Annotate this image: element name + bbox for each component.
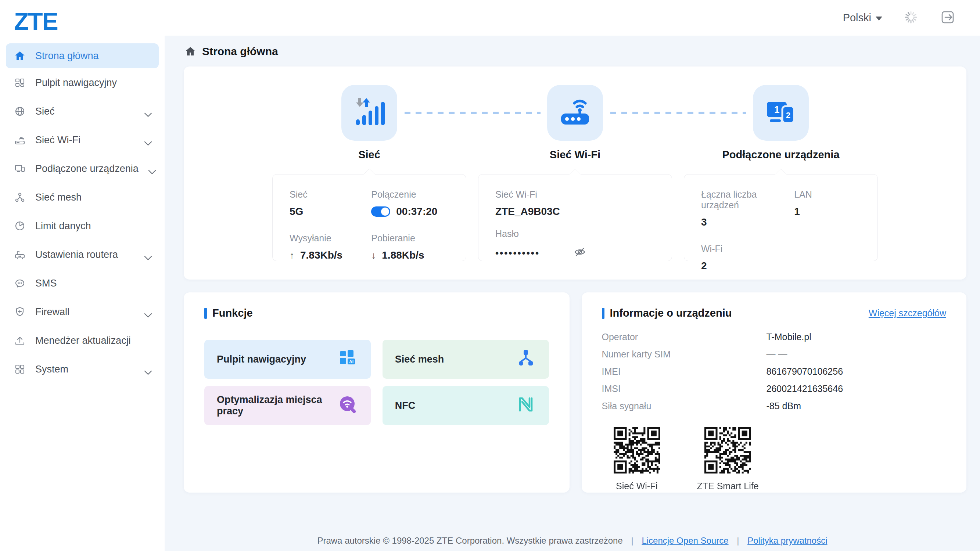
- caret-down-icon: [876, 16, 882, 21]
- sidebar-item-label: Podłączone urządzenia: [35, 163, 138, 175]
- sidebar-item-globe[interactable]: Sieć: [0, 97, 165, 125]
- sidebar-item-wifi[interactable]: Sieć Wi-Fi: [0, 125, 165, 154]
- sidebar-item-label: Limit danych: [35, 221, 152, 232]
- chevron-down-icon: [144, 137, 152, 143]
- dashed-connector: [610, 112, 746, 114]
- info-label: IMSI: [602, 384, 767, 394]
- qr-block: Sieć Wi-Fi: [614, 427, 660, 492]
- upload-value: 7.83Kb/s: [300, 249, 342, 261]
- sidebar-item-home[interactable]: Strona główna: [6, 43, 159, 68]
- copyright-text: Prawa autorskie © 1998-2025 ZTE Corporat…: [317, 535, 622, 546]
- device-info-title: Informacje o urządzeniu: [602, 307, 732, 319]
- router-icon: [14, 249, 26, 260]
- sidebar-item-label: Strona główna: [35, 50, 152, 62]
- chevron-down-icon: [148, 166, 156, 171]
- sidebar-item-mesh[interactable]: Sieć mesh: [0, 183, 165, 211]
- info-label: Numer karty SIM: [602, 349, 767, 360]
- info-value: 861679070106256: [767, 366, 843, 377]
- svg-text:2: 2: [786, 111, 791, 120]
- home-icon: [14, 50, 26, 62]
- sidebar-item-label: Pulpit nawigacyjny: [35, 77, 152, 89]
- open-source-licenses-link[interactable]: Licencje Open Source: [641, 535, 728, 546]
- signal-bars-icon[interactable]: [341, 85, 397, 141]
- mesh-network-icon: [515, 348, 536, 372]
- qr-label: Sieć Wi-Fi: [616, 481, 658, 492]
- info-value: T-Mobile.pl: [767, 332, 811, 342]
- download-arrow-icon: ↓: [371, 250, 376, 261]
- status-card: Sieć Sieć 5G Połączenie 00:37:20: [184, 67, 966, 279]
- page-title: Strona główna: [202, 45, 278, 58]
- lan-value: 1: [794, 206, 861, 218]
- connected-devices-icon[interactable]: 1 2: [753, 85, 809, 141]
- info-label: IMEI: [602, 366, 767, 377]
- function-tile-2[interactable]: Sieć mesh: [382, 340, 549, 379]
- function-tile-4[interactable]: NFC: [382, 386, 549, 425]
- topbar: Polski: [165, 0, 980, 36]
- sidebar-menu: Strona głównaPulpit nawigacyjnySiećSieć …: [0, 43, 165, 384]
- qr-label: ZTE Smart Life: [697, 481, 759, 492]
- lan-label: LAN: [794, 189, 861, 200]
- sidebar-item-label: Sieć mesh: [35, 192, 152, 203]
- main-content: Strona główna: [165, 36, 980, 551]
- language-selector[interactable]: Polski: [843, 12, 882, 24]
- sidebar-item-label: Menedżer aktualizacji: [35, 335, 152, 346]
- function-tile-3[interactable]: Optymalizazja miejsca pracy: [204, 386, 371, 425]
- home-icon: [185, 46, 196, 57]
- sidebar-item-devices[interactable]: Podłączone urządzenia: [0, 154, 165, 183]
- sidebar-item-grid[interactable]: System: [0, 355, 165, 384]
- node-title-wifi: Sieć Wi-Fi: [550, 149, 600, 161]
- info-value: 260021421635646: [767, 384, 843, 394]
- sidebar-item-label: System: [35, 364, 135, 375]
- device-info-card: Informacje o urządzeniu Więcej szczegółó…: [582, 292, 967, 492]
- eye-off-icon[interactable]: [573, 245, 587, 262]
- mesh-icon: [14, 191, 26, 203]
- status-node-wifi: Sieć Wi-Fi Sieć Wi-Fi ZTE_A9B03C Hasło •…: [478, 85, 672, 261]
- loading-spinner-icon: [903, 9, 919, 27]
- qr-codes: Sieć Wi-FiZTE Smart Life: [602, 427, 947, 492]
- chevron-down-icon: [144, 109, 152, 114]
- sidebar-item-pie[interactable]: Limit danych: [0, 211, 165, 240]
- sidebar-item-label: Firewall: [35, 306, 135, 318]
- functions-title: Funkcje: [204, 307, 549, 319]
- sidebar-item-upload[interactable]: Menedżer aktualizacji: [0, 326, 165, 355]
- chevron-down-icon: [144, 252, 152, 257]
- status-node-network: Sieć Sieć 5G Połączenie 00:37:20: [272, 85, 466, 261]
- wifi-router-icon[interactable]: [547, 85, 603, 141]
- network-value: 5G: [290, 206, 371, 218]
- svg-text:1: 1: [774, 104, 780, 115]
- function-tile-label: Pulpit nawigacyjny: [217, 354, 306, 365]
- function-tiles: Pulpit nawigacyjnyAISieć meshOptymalizaz…: [204, 340, 549, 425]
- footer: Prawa autorskie © 1998-2025 ZTE Corporat…: [165, 535, 980, 546]
- workspace-wifi-icon: [337, 394, 358, 418]
- sidebar-item-shield[interactable]: Firewall: [0, 297, 165, 326]
- connection-time: 00:37:20: [396, 206, 437, 218]
- connection-toggle[interactable]: [371, 206, 390, 217]
- info-row: IMEI861679070106256: [602, 366, 947, 377]
- sidebar-item-label: Ustawienia routera: [35, 249, 135, 260]
- ssid-value: ZTE_A9B03C: [495, 206, 655, 218]
- download-label: Pobieranie: [371, 233, 449, 243]
- svg-text:AI: AI: [349, 359, 353, 364]
- devices-icon: [14, 163, 26, 175]
- network-detail-card: Sieć 5G Połączenie 00:37:20 Wysyłanie: [272, 174, 466, 261]
- grid-icon: [14, 363, 26, 375]
- more-details-link[interactable]: Więcej szczegółów: [869, 308, 946, 319]
- info-label: Operator: [602, 332, 767, 342]
- qr-code-image: [705, 427, 751, 473]
- qr-block: ZTE Smart Life: [697, 427, 759, 492]
- info-label: Siła sygnału: [602, 401, 767, 411]
- devices-detail-card: Łączna liczba urządzeń 3 LAN 1 Wi-Fi 2: [684, 174, 878, 261]
- privacy-policy-link[interactable]: Polityka prywatności: [748, 535, 827, 546]
- logout-button[interactable]: [940, 9, 956, 27]
- function-tile-1[interactable]: Pulpit nawigacyjnyAI: [204, 340, 371, 379]
- download-value: 1.88Kb/s: [382, 249, 424, 261]
- wifi-count-label: Wi-Fi: [701, 243, 794, 254]
- info-value: -85 dBm: [767, 401, 801, 411]
- sidebar-item-router[interactable]: Ustawienia routera: [0, 240, 165, 269]
- sidebar-item-sms[interactable]: SMS: [0, 269, 165, 297]
- function-tile-label: Sieć mesh: [395, 354, 444, 365]
- function-tile-label: Optymalizazja miejsca pracy: [217, 394, 337, 417]
- sidebar: ZTE Strona głównaPulpit nawigacyjnySiećS…: [0, 0, 165, 551]
- info-row: OperatorT-Mobile.pl: [602, 332, 947, 342]
- sidebar-item-dashboard[interactable]: Pulpit nawigacyjny: [0, 68, 165, 97]
